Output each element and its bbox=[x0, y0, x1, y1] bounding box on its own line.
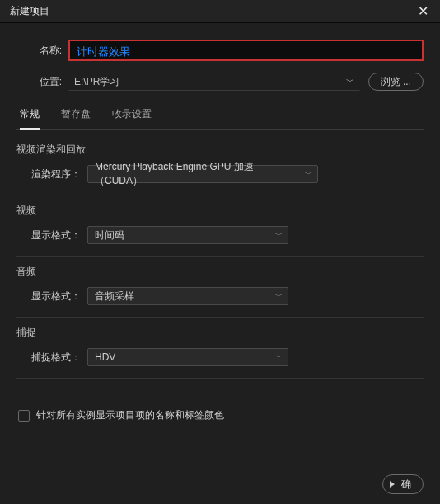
section-render: 视频渲染和回放 bbox=[16, 143, 424, 157]
video-format-dropdown[interactable]: 时间码 ﹀ bbox=[87, 226, 288, 244]
close-icon[interactable]: ✕ bbox=[414, 3, 432, 20]
tab-scratch-disks[interactable]: 暂存盘 bbox=[61, 102, 91, 129]
divider bbox=[16, 378, 424, 379]
audio-format-label: 显示格式： bbox=[28, 290, 81, 304]
tab-ingest-settings[interactable]: 收录设置 bbox=[112, 102, 152, 129]
location-value: E:\PR学习 bbox=[74, 75, 119, 89]
chevron-down-icon: ﹀ bbox=[346, 76, 354, 87]
chevron-down-icon: ﹀ bbox=[305, 169, 312, 180]
divider bbox=[16, 195, 424, 195]
display-names-checkbox[interactable] bbox=[18, 410, 30, 422]
display-names-label: 针对所有实例显示项目项的名称和标签颜色 bbox=[36, 408, 224, 422]
video-format-value: 时间码 bbox=[95, 228, 124, 243]
audio-format-dropdown[interactable]: 音频采样 ﹀ bbox=[87, 287, 288, 305]
capture-format-dropdown[interactable]: HDV ﹀ bbox=[87, 348, 288, 366]
divider bbox=[16, 256, 424, 257]
window-title: 新建项目 bbox=[10, 4, 49, 18]
audio-format-row: 显示格式： 音频采样 ﹀ bbox=[28, 287, 424, 305]
section-audio: 音频 bbox=[16, 265, 424, 279]
display-names-row: 针对所有实例显示项目项的名称和标签颜色 bbox=[18, 408, 424, 422]
chevron-down-icon: ﹀ bbox=[275, 230, 283, 241]
section-capture: 捕捉 bbox=[16, 326, 424, 340]
renderer-label: 渲染程序： bbox=[28, 167, 81, 181]
ok-button[interactable]: 确 bbox=[382, 474, 424, 494]
renderer-dropdown[interactable]: Mercury Playback Engine GPU 加速（CUDA） ﹀ bbox=[87, 165, 318, 183]
chevron-down-icon: ﹀ bbox=[275, 291, 283, 302]
browse-button[interactable]: 浏览 ... bbox=[368, 73, 424, 91]
tab-general[interactable]: 常规 bbox=[20, 102, 40, 130]
divider bbox=[16, 317, 424, 318]
project-name-input[interactable]: 计时器效果 bbox=[68, 40, 424, 61]
location-label: 位置: bbox=[16, 75, 62, 89]
dialog-content: 名称: 计时器效果 位置: E:\PR学习 ﹀ 浏览 ... 常规 暂存盘 收录… bbox=[0, 23, 440, 422]
audio-format-value: 音频采样 bbox=[95, 290, 134, 304]
capture-format-label: 捕捉格式： bbox=[28, 351, 81, 365]
video-format-row: 显示格式： 时间码 ﹀ bbox=[28, 226, 424, 244]
renderer-row: 渲染程序： Mercury Playback Engine GPU 加速（CUD… bbox=[28, 165, 424, 183]
chevron-down-icon: ﹀ bbox=[275, 352, 283, 363]
location-row: 位置: E:\PR学习 ﹀ 浏览 ... bbox=[16, 73, 424, 91]
name-row: 名称: 计时器效果 bbox=[16, 40, 424, 61]
footer: 确 bbox=[382, 474, 424, 494]
name-label: 名称: bbox=[16, 44, 62, 58]
capture-format-value: HDV bbox=[95, 351, 115, 363]
video-format-label: 显示格式： bbox=[28, 228, 81, 243]
capture-format-row: 捕捉格式： HDV ﹀ bbox=[28, 348, 424, 366]
ok-label: 确 bbox=[401, 478, 411, 490]
titlebar: 新建项目 ✕ bbox=[0, 0, 440, 23]
tabs: 常规 暂存盘 收录设置 bbox=[16, 102, 424, 130]
location-input[interactable]: E:\PR学习 ﹀ bbox=[68, 73, 360, 91]
renderer-value: Mercury Playback Engine GPU 加速（CUDA） bbox=[95, 160, 299, 188]
play-icon bbox=[390, 481, 395, 488]
section-video: 视频 bbox=[16, 204, 424, 218]
